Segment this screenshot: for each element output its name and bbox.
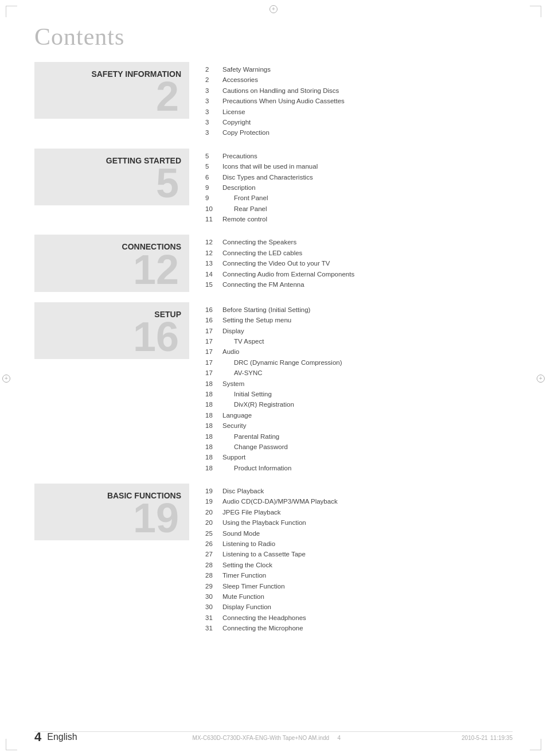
list-item: 17AV-SYNC bbox=[205, 368, 513, 378]
section-items-safety-information: 2Safety Warnings2Accessories3Cautions on… bbox=[205, 62, 513, 138]
item-page-number: 18 bbox=[205, 410, 222, 420]
item-label: Connecting the Speakers bbox=[222, 237, 513, 247]
item-page-number: 2 bbox=[205, 75, 222, 85]
section-number-connections: 12 bbox=[42, 252, 181, 287]
item-page-number: 16 bbox=[205, 305, 222, 315]
item-label: AV-SYNC bbox=[222, 368, 513, 378]
item-page-number: 27 bbox=[205, 549, 222, 559]
item-page-number: 18 bbox=[205, 389, 222, 399]
list-item: 17Display bbox=[205, 326, 513, 336]
section-items-setup: 16Before Starting (Initial Setting)16Set… bbox=[205, 302, 513, 473]
item-label: Support bbox=[222, 452, 513, 462]
list-item: 18Parental Rating bbox=[205, 431, 513, 442]
item-page-number: 18 bbox=[205, 463, 222, 473]
item-label: Timer Function bbox=[222, 570, 513, 580]
footer: 4 English MX-C630D-C730D-XFA-ENG-With Ta… bbox=[0, 730, 547, 745]
list-item: 5Icons that will be used in manual bbox=[205, 161, 513, 172]
list-item: 26Listening to Radio bbox=[205, 539, 513, 549]
item-label: Connecting the Video Out to your TV bbox=[222, 258, 513, 268]
item-label: Disc Types and Characteristics bbox=[222, 172, 513, 182]
item-label: Copyright bbox=[222, 117, 513, 127]
item-page-number: 15 bbox=[205, 279, 222, 290]
section-number-getting-started: 5 bbox=[42, 166, 181, 201]
list-item: 9Front Panel bbox=[205, 193, 513, 203]
item-page-number: 9 bbox=[205, 182, 222, 193]
page: Contents SAFETY INFORMATION22Safety Warn… bbox=[0, 0, 547, 756]
item-page-number: 5 bbox=[205, 161, 222, 172]
list-item: 18DivX(R) Registration bbox=[205, 399, 513, 410]
list-item: 30Mute Function bbox=[205, 591, 513, 602]
list-item: 30Display Function bbox=[205, 602, 513, 612]
list-item: 3License bbox=[205, 107, 513, 117]
item-label: Language bbox=[222, 410, 513, 420]
corner-mark-tl bbox=[6, 6, 17, 17]
list-item: 18Security bbox=[205, 420, 513, 431]
item-page-number: 31 bbox=[205, 613, 222, 623]
item-label: Listening to Radio bbox=[222, 539, 513, 549]
item-page-number: 3 bbox=[205, 96, 222, 106]
page-title: Contents bbox=[34, 23, 513, 50]
left-reg-mark bbox=[2, 373, 10, 383]
footer-date: 2010-5-21 bbox=[462, 735, 488, 741]
item-label: Before Starting (Initial Setting) bbox=[222, 305, 513, 315]
footer-center: MX-C630D-C730D-XFA-ENG-With Tape+NO AM.i… bbox=[77, 732, 462, 742]
list-item: 18Change Password bbox=[205, 442, 513, 452]
list-item: 27Listening to a Cassette Tape bbox=[205, 549, 513, 559]
list-item: 3Copyright bbox=[205, 117, 513, 127]
item-page-number: 3 bbox=[205, 127, 222, 138]
item-label: Description bbox=[222, 182, 513, 193]
item-label: DivX(R) Registration bbox=[222, 399, 513, 410]
item-label: Icons that will be used in manual bbox=[222, 161, 513, 172]
item-page-number: 28 bbox=[205, 560, 222, 570]
section-number-basic-functions: 19 bbox=[42, 501, 181, 536]
section-items-basic-functions: 19Disc Playback19Audio CD(CD-DA)/MP3/WMA… bbox=[205, 484, 513, 633]
item-page-number: 18 bbox=[205, 379, 222, 389]
list-item: 10Rear Panel bbox=[205, 204, 513, 214]
list-item: 9Description bbox=[205, 182, 513, 193]
item-page-number: 12 bbox=[205, 248, 222, 258]
item-page-number: 9 bbox=[205, 193, 222, 203]
list-item: 28Timer Function bbox=[205, 570, 513, 580]
item-label: System bbox=[222, 379, 513, 389]
item-page-number: 6 bbox=[205, 172, 222, 182]
item-label: Cautions on Handling and Storing Discs bbox=[222, 85, 513, 96]
list-item: 12Connecting the Speakers bbox=[205, 237, 513, 247]
item-page-number: 28 bbox=[205, 570, 222, 580]
list-item: 5Precautions bbox=[205, 151, 513, 161]
section-items-connections: 12Connecting the Speakers12Connecting th… bbox=[205, 235, 513, 290]
list-item: 16Before Starting (Initial Setting) bbox=[205, 305, 513, 315]
footer-language: English bbox=[47, 732, 77, 742]
item-label: Sleep Timer Function bbox=[222, 581, 513, 591]
section-box-basic-functions: BASIC FUNCTIONS19 bbox=[34, 484, 189, 540]
item-label: Connecting the Headphones bbox=[222, 613, 513, 623]
item-label: Audio bbox=[222, 346, 513, 357]
item-label: Change Password bbox=[222, 442, 513, 452]
footer-right: 2010-5-21 11:19:35 bbox=[462, 732, 513, 742]
item-page-number: 30 bbox=[205, 602, 222, 612]
list-item: 28Setting the Clock bbox=[205, 560, 513, 570]
item-page-number: 25 bbox=[205, 528, 222, 539]
item-page-number: 20 bbox=[205, 507, 222, 517]
list-item: 19Audio CD(CD-DA)/MP3/WMA Playback bbox=[205, 496, 513, 506]
section-row-safety-information: SAFETY INFORMATION22Safety Warnings2Acce… bbox=[34, 62, 513, 138]
item-label: Security bbox=[222, 420, 513, 431]
list-item: 6Disc Types and Characteristics bbox=[205, 172, 513, 182]
item-label: Front Panel bbox=[222, 193, 513, 203]
item-label: Display Function bbox=[222, 602, 513, 612]
top-reg-mark bbox=[269, 3, 278, 14]
item-label: Mute Function bbox=[222, 591, 513, 602]
item-label: Remote control bbox=[222, 214, 513, 224]
item-page-number: 12 bbox=[205, 237, 222, 247]
item-page-number: 20 bbox=[205, 517, 222, 528]
item-page-number: 5 bbox=[205, 151, 222, 161]
item-page-number: 19 bbox=[205, 486, 222, 496]
section-box-setup: SETUP16 bbox=[34, 302, 189, 359]
item-page-number: 26 bbox=[205, 539, 222, 549]
item-label: JPEG File Playback bbox=[222, 507, 513, 517]
list-item: 18Support bbox=[205, 452, 513, 462]
list-item: 2Accessories bbox=[205, 75, 513, 85]
list-item: 31Connecting the Microphone bbox=[205, 623, 513, 633]
item-page-number: 3 bbox=[205, 107, 222, 117]
item-label: Precautions When Using Audio Cassettes bbox=[222, 96, 513, 106]
item-label: Precautions bbox=[222, 151, 513, 161]
